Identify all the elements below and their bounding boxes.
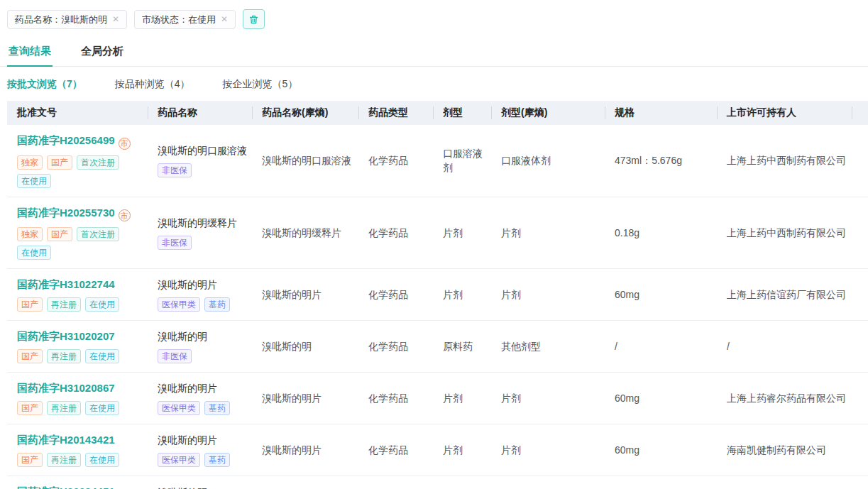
header-dosage-form-moentropy: 剂型(摩熵)	[491, 101, 605, 125]
trash-icon	[248, 14, 259, 25]
drug-name: 溴吡斯的明片	[158, 433, 248, 447]
cell-name-moentropy: 溴吡斯的明片	[252, 269, 358, 321]
cell-drug-name: 溴吡斯的明片 医保甲类基药	[148, 269, 252, 321]
cell-spec: 60mg	[605, 373, 717, 424]
cell-dosage-form-moentropy: 其他剂型	[491, 321, 605, 373]
drug-name-tags: 医保甲类基药	[158, 297, 248, 312]
cell-name-moentropy: 溴吡斯的明	[252, 476, 358, 489]
cell-dosage-form: 片剂	[433, 373, 491, 424]
remove-filter-icon[interactable]: ✕	[221, 13, 228, 26]
approval-link[interactable]: 国药准字H20084451	[17, 485, 115, 489]
cell-spacer	[852, 269, 868, 321]
drug-name-tags: 医保甲类基药	[158, 401, 248, 415]
status-tag: 在使用	[85, 453, 119, 467]
header-approval-no: 批准文号	[7, 101, 148, 125]
table-row: 国药准字H31020207 国产再注册在使用 溴吡斯的明 非医保 溴吡斯的明 化…	[7, 321, 868, 373]
cell-spec: 473ml：5.676g	[605, 125, 717, 197]
remove-filter-icon[interactable]: ✕	[112, 13, 119, 26]
cell-spacer	[852, 373, 868, 424]
approval-link[interactable]: 国药准字H20256499	[17, 134, 115, 146]
status-tag: 在使用	[85, 297, 119, 312]
header-dosage-form: 剂型	[433, 101, 491, 125]
tab-global-analysis[interactable]: 全局分析	[79, 39, 125, 66]
cell-drug-type: 化学药品	[358, 125, 433, 197]
status-tag: 国产	[17, 297, 43, 312]
cell-spacer	[852, 424, 868, 476]
cell-name-moentropy: 溴吡斯的明片	[252, 373, 358, 424]
status-tag: 再注册	[47, 401, 81, 415]
cell-dosage-form: 片剂	[433, 197, 491, 269]
cell-approval: 国药准字H20256499市 独家国产首次注册在使用	[7, 125, 148, 197]
approval-tags: 独家国产首次注册在使用	[17, 155, 143, 188]
approval-link[interactable]: 国药准字H31022744	[17, 278, 115, 290]
cell-spec: /	[605, 476, 717, 489]
table-row: 国药准字H20256499市 独家国产首次注册在使用 溴吡斯的明口服溶液 非医保…	[7, 125, 868, 197]
status-tag: 在使用	[17, 246, 51, 260]
status-tag: 非医保	[158, 236, 192, 250]
drug-name: 溴吡斯的明	[158, 485, 248, 489]
cell-drug-name: 溴吡斯的明缓释片 非医保	[148, 197, 252, 269]
cell-name-moentropy: 溴吡斯的明	[252, 321, 358, 373]
cell-drug-type: 化学药品	[358, 373, 433, 424]
cell-drug-type: 化学药品	[358, 321, 433, 373]
approval-tags: 独家国产首次注册在使用	[17, 227, 143, 260]
status-tag: 国产	[17, 349, 43, 363]
cell-name-moentropy: 溴吡斯的明片	[252, 424, 358, 476]
approval-link[interactable]: 国药准字H31020867	[17, 382, 115, 394]
clear-filters-button[interactable]	[243, 9, 265, 29]
drug-name: 溴吡斯的明片	[158, 278, 248, 292]
cell-drug-name: 溴吡斯的明 非医保	[148, 476, 252, 489]
status-tag: 医保甲类	[158, 401, 200, 415]
drug-name-tags: 非医保	[158, 349, 248, 363]
cell-dosage-form-moentropy: 片剂	[491, 197, 605, 269]
cell-spec: 60mg	[605, 424, 717, 476]
subtab-by-variety[interactable]: 按品种浏览（4）	[115, 78, 190, 91]
cell-drug-type: 化学药品	[358, 197, 433, 269]
cell-dosage-form-moentropy: 片剂	[491, 373, 605, 424]
approval-link[interactable]: 国药准字H31020207	[17, 330, 115, 342]
status-tag: 国产	[47, 227, 72, 241]
cell-name-moentropy: 溴吡斯的明口服溶液	[252, 125, 358, 197]
table-header: 批准文号 药品名称 药品名称(摩熵) 药品类型 剂型 剂型(摩熵) 规格 上市许…	[7, 101, 868, 125]
table-row: 国药准字H20084451市 国产再注册在使用 溴吡斯的明 非医保 溴吡斯的明 …	[7, 476, 868, 489]
cell-holder: 上海上药信谊药厂有限公司	[717, 269, 852, 321]
cell-name-moentropy: 溴吡斯的明缓释片	[252, 197, 358, 269]
table-row: 国药准字H20143421 国产再注册在使用 溴吡斯的明片 医保甲类基药 溴吡斯…	[7, 424, 868, 476]
filter-tag-drug-name: 药品名称：溴吡斯的明 ✕	[7, 10, 127, 29]
market-listed-icon: 市	[119, 209, 131, 221]
status-tag: 国产	[47, 155, 72, 170]
table-row: 国药准字H31020867 国产再注册在使用 溴吡斯的明片 医保甲类基药 溴吡斯…	[7, 373, 868, 424]
cell-drug-name: 溴吡斯的明片 医保甲类基药	[148, 424, 252, 476]
status-tag: 基药	[204, 453, 230, 467]
drug-name-tags: 非医保	[158, 236, 248, 250]
cell-dosage-form: /	[433, 476, 491, 489]
header-holder: 上市许可持有人	[717, 101, 852, 125]
cell-dosage-form: 口服溶液剂	[433, 125, 491, 197]
approval-link[interactable]: 国药准字H20143421	[17, 434, 115, 446]
cell-dosage-form: 原料药	[433, 321, 491, 373]
table-body: 国药准字H20256499市 独家国产首次注册在使用 溴吡斯的明口服溶液 非医保…	[7, 125, 868, 489]
cell-spec: 0.18g	[605, 197, 717, 269]
approval-link[interactable]: 国药准字H20255730	[17, 207, 115, 219]
status-tag: 医保甲类	[158, 453, 200, 467]
subtab-by-enterprise[interactable]: 按企业浏览（5）	[223, 78, 298, 91]
cell-dosage-form-moentropy: 其他剂型	[491, 476, 605, 489]
status-tag: 国产	[17, 453, 43, 467]
cell-spec: /	[605, 321, 717, 373]
tab-query-results[interactable]: 查询结果	[7, 39, 53, 66]
table-row: 国药准字H31022744 国产再注册在使用 溴吡斯的明片 医保甲类基药 溴吡斯…	[7, 269, 868, 321]
filter-bar: 药品名称：溴吡斯的明 ✕ 市场状态：在使用 ✕	[0, 0, 868, 36]
subtab-by-approval[interactable]: 按批文浏览（7）	[7, 78, 82, 91]
cell-holder: 上海上药中西制药有限公司	[717, 197, 852, 269]
market-listed-icon: 市	[119, 138, 131, 150]
status-tag: 首次注册	[77, 155, 119, 170]
cell-drug-type: 化学药品	[358, 269, 433, 321]
cell-approval: 国药准字H31020207 国产再注册在使用	[7, 321, 148, 373]
drug-name: 溴吡斯的明口服溶液	[158, 143, 248, 158]
header-drug-name: 药品名称	[148, 101, 252, 125]
status-tag: 在使用	[85, 349, 119, 363]
filter-tag-market-status: 市场状态：在使用 ✕	[134, 10, 236, 29]
status-tag: 基药	[204, 297, 230, 312]
cell-spacer	[852, 197, 868, 269]
drug-name-tags: 医保甲类基药	[158, 453, 248, 467]
